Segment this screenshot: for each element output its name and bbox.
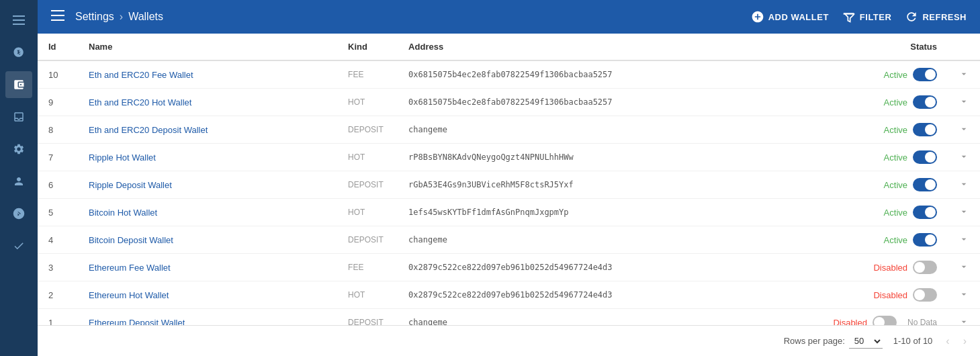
cell-chevron[interactable] (948, 60, 980, 89)
cell-chevron[interactable] (948, 116, 980, 144)
cell-status: Active (813, 199, 948, 226)
rows-per-page-select[interactable]: 50 25 100 (849, 334, 883, 349)
sidebar-item-wallets[interactable] (5, 71, 32, 98)
cell-id: 9 (38, 89, 78, 116)
next-page-button[interactable]: › (961, 332, 969, 350)
status-toggle[interactable] (913, 123, 937, 136)
status-toggle[interactable] (913, 150, 937, 164)
cell-status: Disabled (813, 281, 948, 309)
sidebar (0, 0, 38, 356)
wallet-name-link[interactable]: Ripple Deposit Wallet (89, 180, 172, 190)
filter-label: FILTER (860, 12, 892, 22)
status-badge: Active (884, 70, 907, 80)
wallets-table-container: Id Name Kind Address Status 10 Eth and E… (38, 34, 980, 325)
sidebar-item-menu[interactable] (5, 7, 32, 34)
cell-name: Eth and ERC20 Deposit Wallet (78, 116, 337, 144)
cell-chevron[interactable] (948, 226, 980, 254)
cell-name: Ripple Hot Wallet (78, 144, 337, 171)
prev-page-button[interactable]: ‹ (943, 332, 952, 350)
cell-kind: HOT (337, 89, 398, 116)
status-toggle[interactable] (913, 206, 937, 219)
cell-address: 0x6815075b4ec2e8fab07822549f1306bacbaa52… (398, 89, 813, 116)
table-row: 3 Ethereum Fee Wallet FEE 0x2879c522ce82… (38, 254, 980, 281)
wallet-name-link[interactable]: Ethereum Hot Wallet (89, 290, 169, 300)
cell-id: 4 (38, 226, 78, 254)
cell-address: changeme (398, 309, 813, 326)
cell-chevron[interactable] (948, 199, 980, 226)
cell-kind: FEE (337, 254, 398, 281)
table-row: 10 Eth and ERC20 Fee Wallet FEE 0x681507… (38, 60, 980, 89)
status-toggle[interactable] (913, 288, 937, 302)
col-header-id: Id (38, 34, 78, 60)
cell-chevron[interactable] (948, 89, 980, 116)
cell-address: changeme (398, 116, 813, 144)
col-header-name: Name (78, 34, 337, 60)
cell-address: 0x2879c522ce822d097eb961b0252d54967724e4… (398, 281, 813, 309)
svg-rect-7 (51, 19, 64, 21)
hamburger-icon[interactable] (51, 10, 64, 24)
table-row: 9 Eth and ERC20 Hot Wallet HOT 0x6815075… (38, 89, 980, 116)
wallet-name-link[interactable]: Ethereum Fee Wallet (89, 263, 171, 273)
main-content: Settings › Wallets ADD WALLET FILTER REF… (38, 0, 980, 356)
cell-name: Bitcoin Deposit Wallet (78, 226, 337, 254)
status-badge: Disabled (873, 263, 907, 273)
table-row: 7 Ripple Hot Wallet HOT rP8BsBYN8KAdvQNe… (38, 144, 980, 171)
wallet-name-link[interactable]: Ethereum Deposit Wallet (89, 318, 185, 326)
cell-chevron[interactable] (948, 171, 980, 199)
table-header-row: Id Name Kind Address Status (38, 34, 980, 60)
status-toggle[interactable] (913, 233, 937, 247)
cell-name: Bitcoin Hot Wallet (78, 199, 337, 226)
wallet-name-link[interactable]: Eth and ERC20 Hot Wallet (89, 97, 191, 107)
table-row: 6 Ripple Deposit Wallet DEPOSIT rGbA53E4… (38, 171, 980, 199)
status-toggle[interactable] (913, 68, 937, 81)
wallet-name-link[interactable]: Bitcoin Hot Wallet (89, 208, 157, 218)
filter-button[interactable]: FILTER (842, 10, 892, 24)
wallet-name-link[interactable]: Bitcoin Deposit Wallet (89, 235, 173, 245)
breadcrumb-current: Wallets (128, 11, 163, 23)
cell-name: Ethereum Hot Wallet (78, 281, 337, 309)
cell-id: 2 (38, 281, 78, 309)
sidebar-item-settings[interactable] (5, 136, 32, 163)
sidebar-item-inbox[interactable] (5, 103, 32, 130)
cell-address: 0x2879c522ce822d097eb961b0252d54967724e4… (398, 254, 813, 281)
cell-chevron[interactable] (948, 144, 980, 171)
refresh-button[interactable]: REFRESH (905, 10, 967, 24)
cell-chevron[interactable] (948, 254, 980, 281)
cell-id: 6 (38, 171, 78, 199)
cell-address: 0x6815075b4ec2e8fab07822549f1306bacbaa52… (398, 60, 813, 89)
cell-kind: DEPOSIT (337, 226, 398, 254)
cell-address: changeme (398, 226, 813, 254)
add-wallet-button[interactable]: ADD WALLET (751, 10, 829, 24)
cell-chevron[interactable] (948, 281, 980, 309)
breadcrumb-parent[interactable]: Settings (75, 11, 114, 23)
col-header-actions (948, 34, 980, 60)
cell-kind: DEPOSIT (337, 309, 398, 326)
wallet-name-link[interactable]: Eth and ERC20 Deposit Wallet (89, 125, 208, 135)
status-badge: Active (884, 208, 907, 218)
wallet-name-link[interactable]: Ripple Hot Wallet (89, 152, 156, 163)
status-badge: Active (884, 180, 907, 190)
table-row: 4 Bitcoin Deposit Wallet DEPOSIT changem… (38, 226, 980, 254)
rows-per-page-label: Rows per page: (784, 336, 845, 346)
table-row: 8 Eth and ERC20 Deposit Wallet DEPOSIT c… (38, 116, 980, 144)
svg-rect-6 (51, 15, 64, 16)
wallet-name-link[interactable]: Eth and ERC20 Fee Wallet (89, 70, 193, 80)
status-toggle[interactable] (873, 316, 897, 325)
sidebar-item-bitcoin[interactable] (5, 39, 32, 66)
sidebar-item-block[interactable] (5, 200, 32, 227)
cell-name: Eth and ERC20 Hot Wallet (78, 89, 337, 116)
cell-address: rP8BsBYN8KAdvQNeygoQgzt4NPNULhhHWw (398, 144, 813, 171)
cell-chevron[interactable] (948, 309, 980, 326)
cell-status: Active (813, 144, 948, 171)
table-footer: Rows per page: 50 25 100 1-10 of 10 ‹ › (38, 325, 980, 356)
status-toggle[interactable] (913, 178, 937, 191)
status-badge: Disabled (873, 290, 907, 300)
cell-kind: DEPOSIT (337, 116, 398, 144)
status-toggle[interactable] (913, 261, 937, 274)
cell-name: Ethereum Deposit Wallet (78, 309, 337, 326)
status-badge: Active (884, 235, 907, 245)
sidebar-item-check[interactable] (5, 232, 32, 259)
sidebar-item-user[interactable] (5, 168, 32, 195)
status-toggle[interactable] (913, 95, 937, 109)
cell-kind: FEE (337, 60, 398, 89)
